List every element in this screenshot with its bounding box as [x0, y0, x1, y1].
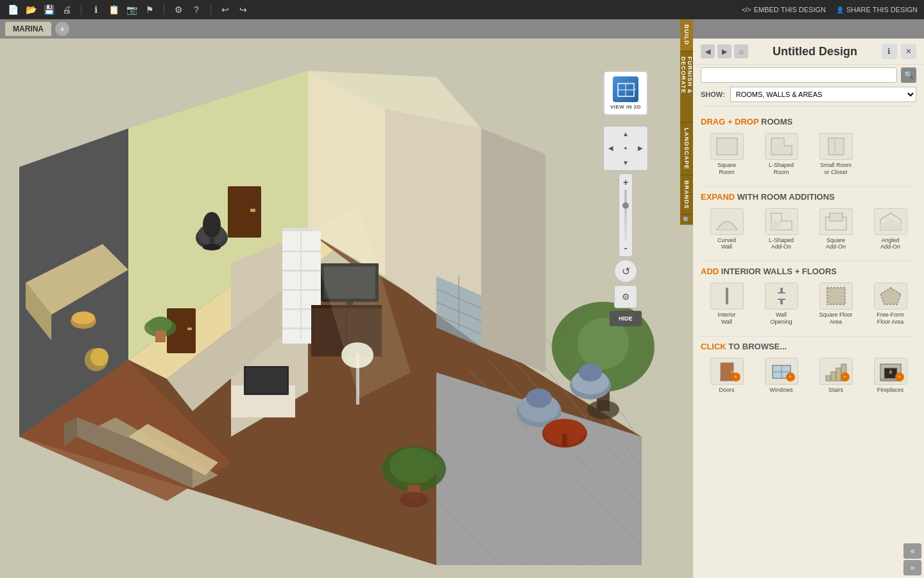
svg-rect-117 [731, 371, 733, 373]
new-file-icon[interactable]: 📄 [6, 3, 19, 16]
save-icon[interactable]: 💾 [42, 3, 55, 16]
square-room-label: SquareRoom [717, 162, 736, 176]
curved-wall-label: CurvedWall [717, 237, 736, 251]
tab-bar: MARINA + [0, 19, 924, 39]
stairs-icon: + [819, 358, 853, 385]
svg-rect-35 [187, 328, 192, 330]
interior-wall-icon [710, 283, 744, 310]
panel-home-button[interactable]: ⌂ [734, 44, 748, 58]
right-panel: ◀ ▶ ⌂ Untitled Design ℹ ✕ 🔍 SHOW: ROOMS,… [693, 39, 924, 578]
search-bar: 🔍 [693, 65, 924, 85]
tab-furnish[interactable]: FURNISH & DECORATE [680, 51, 693, 123]
rotate-button[interactable]: ↺ [614, 259, 637, 283]
fireplaces-badge: + [895, 372, 904, 381]
floor-area-card[interactable]: Square FloorArea [810, 280, 862, 328]
separator-2 [164, 4, 164, 15]
curved-wall-card[interactable]: CurvedWall [701, 206, 753, 254]
svg-rect-32 [228, 186, 261, 238]
l-addon-card[interactable]: L-ShapedAdd-On [755, 206, 807, 254]
windows-badge: + [786, 372, 795, 381]
panel-back-button[interactable]: ◀ [701, 44, 715, 58]
zoom-in-button[interactable]: + [619, 175, 633, 189]
square-addon-card[interactable]: SquareAdd-On [810, 206, 862, 254]
redo-icon[interactable]: ↪ [237, 3, 250, 16]
nav-empty-br [633, 155, 647, 170]
section-drag-rooms-title: DRAG + DROP ROOMS [693, 114, 924, 128]
nav-down-button[interactable]: ▼ [619, 155, 633, 170]
collapse-down-button[interactable]: » [903, 560, 921, 575]
wall-opening-card[interactable]: WallOpening [755, 280, 807, 328]
export-icon[interactable]: 📋 [107, 3, 120, 16]
main-toolbar: 📄 📂 💾 🖨 ℹ 📋 📷 ⚑ ⚙ ? ↩ ↪ </> EMBED THIS D… [0, 0, 924, 19]
undo-icon[interactable]: ↩ [219, 3, 232, 16]
zoom-thumb[interactable] [622, 202, 629, 209]
search-go-button[interactable]: 🔍 [901, 67, 916, 83]
svg-marker-99 [771, 138, 792, 155]
tab-landscape[interactable]: LANDSCAPE [680, 123, 693, 175]
square-room-card[interactable]: SquareRoom [701, 130, 753, 179]
panel-info-button[interactable]: ℹ [882, 44, 897, 59]
embed-button[interactable]: </> EMBED THIS DESIGN [742, 6, 826, 13]
svg-point-91 [90, 348, 108, 366]
panel-forward-button[interactable]: ▶ [717, 44, 732, 58]
stairs-card[interactable]: + Stairs [810, 355, 862, 396]
flag-icon[interactable]: ⚑ [143, 3, 156, 16]
open-icon[interactable]: 📂 [24, 3, 37, 16]
view-in-2d-button[interactable]: VIEW IN 2D [603, 71, 648, 116]
nav-empty-tr [633, 127, 647, 141]
nav-up-button[interactable]: ▲ [619, 127, 633, 141]
l-room-card[interactable]: L-ShapedRoom [755, 130, 807, 179]
wall-opening-icon [765, 283, 798, 310]
design-canvas[interactable]: VIEW IN 2D ▲ ◀ ● ▶ ▼ + [0, 39, 693, 578]
toolbar-right: </> EMBED THIS DESIGN 👤 SHARE THIS DESIG… [742, 6, 918, 13]
panel-title: Untitled Design [773, 45, 857, 58]
l-room-icon [765, 133, 798, 160]
svg-point-87 [389, 448, 438, 484]
interior-wall-card[interactable]: InteriorWall [701, 280, 753, 328]
freeform-floor-card[interactable]: Free-FormFloor Area [864, 280, 916, 328]
share-button[interactable]: 👤 SHARE THIS DESIGN [836, 6, 918, 13]
angled-addon-card[interactable]: AngledAdd-On [864, 206, 916, 254]
tab-brands[interactable]: BRANDS [680, 175, 693, 215]
freeform-floor-label: Free-FormFloor Area [877, 311, 904, 326]
panel-close-button[interactable]: ✕ [901, 44, 916, 59]
nav-center-button[interactable]: ● [619, 141, 633, 156]
fireplaces-card[interactable]: + Fireplaces [864, 355, 916, 396]
svg-marker-108 [880, 218, 901, 230]
svg-rect-121 [826, 376, 831, 381]
small-room-card[interactable]: Small Roomor Closet [810, 130, 862, 179]
add-tab-button[interactable]: + [55, 22, 69, 36]
settings-icon[interactable]: ⚙ [172, 3, 185, 16]
zoom-out-button[interactable]: - [619, 241, 633, 255]
tab-build[interactable]: BUILD [680, 19, 693, 51]
small-room-icon [819, 133, 853, 160]
side-tab-search[interactable]: 🔍 [680, 215, 693, 225]
help-icon[interactable]: ? [190, 3, 203, 16]
search-input[interactable] [701, 67, 897, 83]
svg-marker-96 [628, 82, 631, 85]
navigation-pad: ▲ ◀ ● ▶ ▼ [603, 126, 648, 171]
doors-card[interactable]: + Doors [701, 355, 753, 396]
collapse-up-button[interactable]: « [903, 543, 921, 559]
interior-grid: InteriorWall WallOpening [693, 277, 924, 333]
view-2d-icon [613, 76, 638, 102]
info-icon[interactable]: ℹ [89, 3, 102, 16]
nav-left-button[interactable]: ◀ [604, 141, 619, 156]
separator-3 [210, 4, 211, 15]
section-browse-title: CLICK TO BROWSE... [693, 339, 924, 353]
hide-button[interactable]: HIDE [610, 311, 642, 326]
svg-marker-97 [634, 86, 636, 92]
l-addon-label: L-ShapedAdd-On [769, 237, 794, 251]
settings-button[interactable]: ⚙ [614, 285, 637, 308]
show-select[interactable]: ROOMS, WALLS & AREAS [730, 87, 916, 102]
expand-grid: CurvedWall L-ShapedAdd-On [693, 203, 924, 259]
square-addon-icon [819, 208, 853, 235]
windows-card[interactable]: + Windows [755, 355, 807, 396]
stairs-label: Stairs [828, 387, 843, 393]
svg-point-66 [587, 400, 619, 419]
svg-point-85 [203, 244, 221, 250]
print-icon[interactable]: 🖨 [60, 3, 73, 16]
camera-icon[interactable]: 📷 [125, 3, 138, 16]
nav-right-button[interactable]: ▶ [633, 141, 647, 156]
tab-marina[interactable]: MARINA [5, 22, 51, 36]
